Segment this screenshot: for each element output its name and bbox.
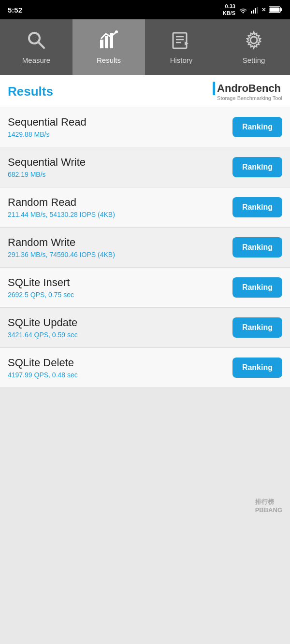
ranking-button[interactable]: Ranking bbox=[232, 157, 282, 177]
gear-icon bbox=[244, 30, 264, 53]
results-page-title: Results bbox=[8, 84, 53, 99]
ranking-button[interactable]: Ranking bbox=[232, 237, 282, 258]
svg-rect-1 bbox=[253, 10, 254, 14]
result-name: Random Write bbox=[8, 236, 232, 249]
status-right: 0.33KB/S ✕ bbox=[223, 3, 282, 17]
result-value: 4197.99 QPS, 0.48 sec bbox=[8, 371, 232, 379]
svg-point-18 bbox=[250, 37, 257, 43]
ranking-button[interactable]: Ranking bbox=[232, 358, 282, 378]
result-item: Sequential Write 682.19 MB/s Ranking bbox=[0, 147, 290, 187]
result-name: Random Read bbox=[8, 196, 232, 209]
wifi-icon bbox=[238, 6, 248, 14]
result-name: Sequential Read bbox=[8, 116, 232, 129]
brand-bar bbox=[213, 82, 215, 95]
result-name: Sequential Write bbox=[8, 156, 232, 169]
result-info: Sequential Read 1429.88 MB/s bbox=[8, 116, 232, 138]
search-icon bbox=[26, 30, 46, 53]
tab-measure-label: Measure bbox=[22, 56, 50, 64]
tab-setting-label: Setting bbox=[243, 56, 265, 64]
results-header: Results AndroBench Storage Benchmarking … bbox=[0, 75, 290, 107]
status-bar: 5:52 0.33KB/S ✕ bbox=[0, 0, 290, 19]
svg-rect-6 bbox=[270, 8, 280, 12]
result-item: Sequential Read 1429.88 MB/s Ranking bbox=[0, 107, 290, 147]
svg-rect-13 bbox=[173, 33, 187, 48]
svg-point-12 bbox=[115, 30, 118, 33]
tab-setting[interactable]: Setting bbox=[218, 19, 290, 75]
result-item: SQLite Update 3421.64 QPS, 0.59 sec Rank… bbox=[0, 308, 290, 348]
result-info: Random Read 211.44 MB/s, 54130.28 IOPS (… bbox=[8, 196, 232, 218]
svg-rect-2 bbox=[255, 8, 256, 14]
result-name: SQLite Update bbox=[8, 316, 232, 329]
brand-subtitle: Storage Benchmarking Tool bbox=[217, 95, 282, 101]
svg-rect-0 bbox=[251, 11, 252, 14]
ranking-button[interactable]: Ranking bbox=[232, 317, 282, 338]
svg-rect-9 bbox=[100, 40, 103, 48]
svg-rect-3 bbox=[257, 7, 258, 14]
tab-results[interactable]: Results bbox=[72, 19, 145, 75]
svg-rect-10 bbox=[105, 36, 108, 48]
result-item: SQLite Insert 2692.5 QPS, 0.75 sec Ranki… bbox=[0, 268, 290, 308]
result-value: 2692.5 QPS, 0.75 sec bbox=[8, 291, 232, 299]
watermark: 排行榜PBBANG bbox=[255, 498, 282, 514]
signal-x: ✕ bbox=[261, 7, 266, 13]
result-info: SQLite Insert 2692.5 QPS, 0.75 sec bbox=[8, 276, 232, 299]
tab-history[interactable]: History bbox=[145, 19, 218, 75]
result-name: SQLite Insert bbox=[8, 276, 232, 289]
tab-history-label: History bbox=[170, 56, 193, 64]
result-info: Random Write 291.36 MB/s, 74590.46 IOPS … bbox=[8, 236, 232, 258]
ranking-button[interactable]: Ranking bbox=[232, 117, 282, 137]
battery-icon bbox=[269, 6, 282, 13]
brand-logo: AndroBench Storage Benchmarking Tool bbox=[213, 82, 282, 101]
result-info: SQLite Delete 4197.99 QPS, 0.48 sec bbox=[8, 357, 232, 379]
net-speed: 0.33KB/S bbox=[223, 3, 235, 17]
result-value: 1429.88 MB/s bbox=[8, 130, 232, 138]
chart-icon bbox=[99, 30, 119, 53]
status-time: 5:52 bbox=[8, 6, 22, 14]
result-item: Random Write 291.36 MB/s, 74590.46 IOPS … bbox=[0, 228, 290, 268]
result-info: Sequential Write 682.19 MB/s bbox=[8, 156, 232, 178]
brand-name: AndroBench bbox=[213, 82, 281, 95]
result-name: SQLite Delete bbox=[8, 357, 232, 369]
result-value: 3421.64 QPS, 0.59 sec bbox=[8, 331, 232, 339]
result-value: 211.44 MB/s, 54130.28 IOPS (4KB) bbox=[8, 211, 232, 218]
result-value: 682.19 MB/s bbox=[8, 171, 232, 178]
result-info: SQLite Update 3421.64 QPS, 0.59 sec bbox=[8, 316, 232, 339]
ranking-button[interactable]: Ranking bbox=[232, 197, 282, 217]
signal-icon bbox=[251, 6, 259, 14]
result-item: Random Read 211.44 MB/s, 54130.28 IOPS (… bbox=[0, 187, 290, 228]
tab-measure[interactable]: Measure bbox=[0, 19, 72, 75]
history-icon bbox=[171, 30, 191, 53]
tab-results-label: Results bbox=[97, 56, 121, 64]
svg-line-8 bbox=[38, 42, 44, 48]
result-value: 291.36 MB/s, 74590.46 IOPS (4KB) bbox=[8, 251, 232, 258]
ranking-button[interactable]: Ranking bbox=[232, 277, 282, 298]
result-list: Sequential Read 1429.88 MB/s Ranking Seq… bbox=[0, 107, 290, 388]
footer-area: 排行榜PBBANG bbox=[0, 388, 290, 523]
nav-tabs: Measure Results History bbox=[0, 19, 290, 75]
result-item: SQLite Delete 4197.99 QPS, 0.48 sec Rank… bbox=[0, 348, 290, 388]
svg-rect-5 bbox=[280, 8, 282, 11]
